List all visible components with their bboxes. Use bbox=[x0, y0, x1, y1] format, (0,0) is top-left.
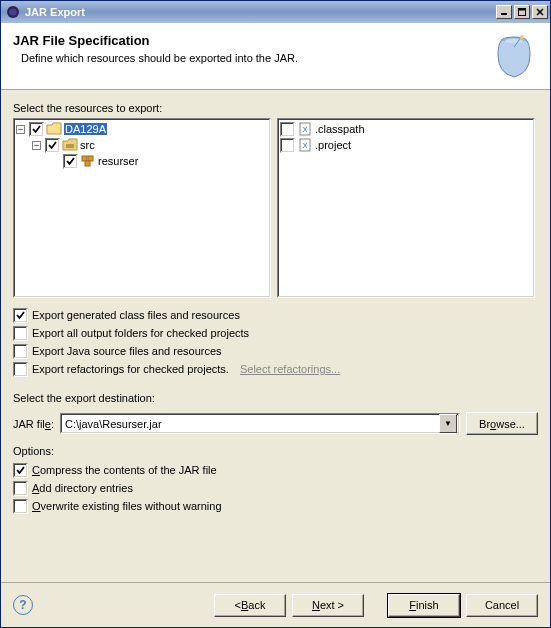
window-title: JAR Export bbox=[25, 6, 496, 18]
file-list[interactable]: X .classpath X .project bbox=[277, 118, 535, 298]
tree-checkbox[interactable] bbox=[29, 122, 44, 137]
jar-export-dialog: JAR Export JAR File Specification Define… bbox=[0, 0, 551, 628]
source-folder-icon bbox=[62, 137, 78, 153]
svg-rect-11 bbox=[85, 161, 90, 166]
option-label: Export all output folders for checked pr… bbox=[32, 327, 249, 339]
wizard-body: Select the resources to export: − DA129A… bbox=[1, 90, 550, 582]
expander-icon[interactable]: − bbox=[32, 141, 41, 150]
resources-label: Select the resources to export: bbox=[13, 102, 538, 114]
jar-options: Compress the contents of the JAR file Ad… bbox=[13, 461, 538, 515]
jar-file-input[interactable] bbox=[63, 417, 439, 431]
close-button[interactable] bbox=[532, 5, 548, 19]
checkbox[interactable] bbox=[13, 308, 28, 323]
back-button[interactable]: < Back bbox=[214, 594, 286, 617]
jar-file-label: JAR file: bbox=[13, 418, 54, 430]
svg-text:X: X bbox=[303, 126, 308, 133]
opt-overwrite[interactable]: Overwrite existing files without warning bbox=[13, 497, 538, 515]
jar-icon bbox=[490, 33, 538, 81]
checkbox[interactable] bbox=[13, 463, 28, 478]
checkbox[interactable] bbox=[13, 326, 28, 341]
option-label: Compress the contents of the JAR file bbox=[32, 464, 217, 476]
minimize-button[interactable] bbox=[496, 5, 512, 19]
file-checkbox[interactable] bbox=[280, 122, 295, 137]
option-label: Overwrite existing files without warning bbox=[32, 500, 222, 512]
finish-button[interactable]: Finish bbox=[388, 594, 460, 617]
opt-export-java-source[interactable]: Export Java source files and resources bbox=[13, 342, 538, 360]
options-label: Options: bbox=[13, 445, 538, 457]
checkbox[interactable] bbox=[13, 344, 28, 359]
destination-row: JAR file: ▼ Browse... bbox=[13, 412, 538, 435]
cancel-button[interactable]: Cancel bbox=[466, 594, 538, 617]
opt-compress[interactable]: Compress the contents of the JAR file bbox=[13, 461, 538, 479]
opt-add-dir-entries[interactable]: Add directory entries bbox=[13, 479, 538, 497]
tree-item-label: resurser bbox=[98, 155, 138, 167]
jar-file-combo[interactable]: ▼ bbox=[60, 413, 460, 434]
banner-heading: JAR File Specification bbox=[13, 33, 480, 48]
file-item-project[interactable]: X .project bbox=[280, 137, 532, 153]
opt-export-class-files[interactable]: Export generated class files and resourc… bbox=[13, 306, 538, 324]
checkbox[interactable] bbox=[13, 362, 28, 377]
maximize-button[interactable] bbox=[514, 5, 530, 19]
file-item-label: .project bbox=[315, 139, 351, 151]
svg-rect-8 bbox=[66, 144, 74, 148]
option-label: Export generated class files and resourc… bbox=[32, 309, 240, 321]
package-icon bbox=[80, 153, 96, 169]
expander-icon[interactable]: − bbox=[16, 125, 25, 134]
svg-point-7 bbox=[520, 35, 524, 39]
help-icon[interactable]: ? bbox=[13, 595, 33, 615]
tree-item-label: src bbox=[80, 139, 95, 151]
select-refactorings-link[interactable]: Select refactorings... bbox=[240, 363, 340, 375]
banner-description: Define which resources should be exporte… bbox=[21, 52, 480, 64]
checkbox[interactable] bbox=[13, 481, 28, 496]
svg-rect-4 bbox=[519, 9, 526, 11]
resource-tree[interactable]: − DA129A − src bbox=[13, 118, 271, 298]
dropdown-icon[interactable]: ▼ bbox=[439, 414, 457, 433]
option-label: Add directory entries bbox=[32, 482, 133, 494]
checkbox[interactable] bbox=[13, 499, 28, 514]
opt-export-refactorings[interactable]: Export refactorings for checked projects… bbox=[13, 360, 538, 378]
option-label: Export refactorings for checked projects… bbox=[32, 363, 229, 375]
next-button[interactable]: Next > bbox=[292, 594, 364, 617]
file-item-classpath[interactable]: X .classpath bbox=[280, 121, 532, 137]
svg-rect-10 bbox=[88, 156, 93, 161]
browse-button[interactable]: Browse... bbox=[466, 412, 538, 435]
file-checkbox[interactable] bbox=[280, 138, 295, 153]
tree-item-package[interactable]: resurser bbox=[48, 153, 268, 169]
tree-item-label: DA129A bbox=[64, 123, 107, 135]
svg-point-1 bbox=[9, 9, 17, 16]
tree-checkbox[interactable] bbox=[45, 138, 60, 153]
xml-file-icon: X bbox=[297, 137, 313, 153]
eclipse-icon bbox=[5, 4, 21, 20]
svg-rect-2 bbox=[501, 13, 507, 15]
wizard-footer: ? < Back Next > Finish Cancel bbox=[1, 582, 550, 627]
xml-file-icon: X bbox=[297, 121, 313, 137]
opt-export-output-folders[interactable]: Export all output folders for checked pr… bbox=[13, 324, 538, 342]
tree-item-src[interactable]: − src bbox=[32, 137, 268, 153]
folder-icon bbox=[46, 121, 62, 137]
file-item-label: .classpath bbox=[315, 123, 365, 135]
option-label: Export Java source files and resources bbox=[32, 345, 222, 357]
tree-checkbox[interactable] bbox=[63, 154, 78, 169]
destination-label: Select the export destination: bbox=[13, 392, 538, 404]
wizard-banner: JAR File Specification Define which reso… bbox=[1, 23, 550, 90]
svg-rect-9 bbox=[82, 156, 87, 161]
tree-item-project[interactable]: − DA129A bbox=[16, 121, 268, 137]
title-bar: JAR Export bbox=[1, 1, 550, 23]
svg-text:X: X bbox=[303, 142, 308, 149]
export-options: Export generated class files and resourc… bbox=[13, 306, 538, 378]
